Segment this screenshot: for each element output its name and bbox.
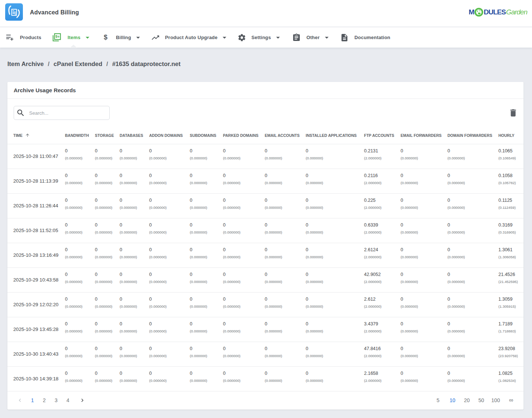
svg-text:9+: 9+ [55,35,60,39]
